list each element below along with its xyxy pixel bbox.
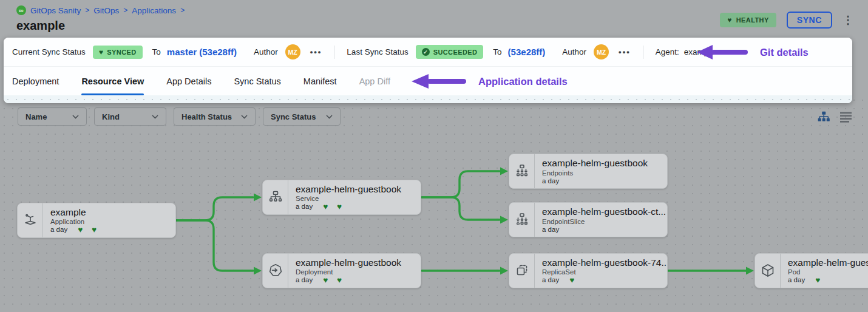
node-age: a day: [542, 226, 559, 233]
page-title: example: [16, 19, 65, 33]
node-age: a day: [788, 276, 805, 283]
graph-node-endpoints[interactable]: example-helm-guestbook Endpoints a day: [509, 154, 668, 189]
graph-node-application[interactable]: example Application a day ♥ ♥: [17, 203, 176, 238]
node-kind: Service: [296, 195, 418, 202]
chevron-down-icon: [152, 115, 158, 119]
agent-label: Agent:: [656, 47, 679, 56]
node-title: example-helm-guestbook: [296, 184, 418, 195]
health-status-filter-dropdown[interactable]: Health Status: [174, 107, 256, 126]
node-age: a day: [296, 203, 313, 210]
breadcrumb: ∞ GitOps Sanity > GitOps > Applications …: [16, 5, 185, 15]
node-title: example-helm-guestbook: [296, 257, 418, 268]
gitops-logo-icon: ∞: [16, 5, 26, 15]
author-avatar: MZ: [594, 44, 609, 59]
node-kind: Application: [50, 218, 173, 225]
graph-node-deployment[interactable]: example-helm-guestbook Deployment a day …: [262, 253, 421, 288]
node-title: example-helm-guestbook: [542, 158, 665, 169]
graph-node-pod[interactable]: example-helm-guestbook-74... Pod a day ♥: [754, 253, 868, 288]
last-sync-status-label: Last Sync Status: [347, 47, 408, 56]
breadcrumb-separator: >: [123, 6, 127, 15]
breadcrumb-applications[interactable]: Applications: [132, 6, 176, 15]
synced-badge: ♥ SYNCED: [93, 46, 143, 59]
tab-app-diff[interactable]: App Diff: [359, 67, 390, 95]
breadcrumb-separator: >: [85, 6, 89, 15]
ellipsis-icon[interactable]: •••: [310, 47, 322, 56]
node-title: example-helm-guestbook-74...: [542, 257, 665, 268]
graph-node-replicaset[interactable]: example-helm-guestbook-74... ReplicaSet …: [509, 253, 668, 288]
chevron-down-icon: [72, 115, 79, 119]
header-actions: ♥ HEALTHY SYNC ⋮: [720, 12, 853, 29]
pod-icon: [755, 254, 781, 288]
left-arrow-icon: [412, 73, 470, 90]
node-kind: EndpointSlice: [542, 218, 665, 225]
gitops-app-page: ∞ GitOps Sanity > GitOps > Applications …: [0, 0, 868, 312]
replicaset-icon: [509, 254, 535, 288]
list-view-icon[interactable]: [839, 112, 852, 123]
heart-icon: ♥: [727, 16, 732, 24]
deployment-icon: [263, 254, 288, 288]
tab-sync-status[interactable]: Sync Status: [234, 67, 280, 95]
health-hearts-icon: ♥ ♥: [78, 226, 97, 234]
git-details-annotation-text: Git details: [760, 47, 809, 58]
application-icon: [18, 203, 43, 237]
synced-badge-label: SYNCED: [107, 49, 136, 56]
endpointslice-icon: [509, 203, 535, 237]
to-label: To: [493, 47, 501, 56]
succeeded-badge: ✓ SUCCEEDED: [416, 45, 484, 59]
divider: [334, 46, 334, 59]
application-details-annotation: Application details: [412, 73, 568, 90]
application-details-annotation-text: Application details: [478, 76, 568, 87]
name-filter-dropdown[interactable]: Name: [18, 107, 87, 126]
app-tabs: Deployment Resource View App Details Syn…: [4, 67, 852, 95]
author-avatar: MZ: [285, 44, 300, 59]
kind-filter-label: Kind: [102, 112, 120, 121]
filter-bar: Name Kind Health Status Sync Status: [18, 107, 341, 126]
node-title: example: [50, 207, 173, 218]
node-age: a day: [542, 276, 559, 283]
graph-node-endpointslice[interactable]: example-helm-guestbook-ct... EndpointSli…: [509, 202, 668, 237]
ellipsis-icon[interactable]: •••: [619, 47, 631, 56]
sync-status-filter-dropdown[interactable]: Sync Status: [263, 107, 341, 126]
kind-filter-dropdown[interactable]: Kind: [94, 107, 166, 126]
view-toggle-group: [817, 110, 852, 123]
check-icon: ✓: [422, 48, 430, 56]
node-age: a day: [296, 276, 313, 283]
tab-manifest[interactable]: Manifest: [303, 67, 337, 95]
node-kind: ReplicaSet: [542, 268, 665, 276]
heart-icon: ♥: [99, 49, 104, 56]
current-commit-link[interactable]: master (53e28ff): [167, 47, 237, 57]
health-status-badge: ♥ HEALTHY: [720, 13, 776, 27]
health-hearts-icon: ♥ ♥: [323, 203, 342, 211]
graph-view-icon[interactable]: [817, 110, 830, 123]
divider: [643, 46, 643, 59]
sync-status-bar: Current Sync Status ♥ SYNCED To master (…: [4, 38, 852, 67]
tab-deployment[interactable]: Deployment: [12, 67, 59, 95]
sync-status-filter-label: Sync Status: [271, 112, 316, 121]
node-age: a day: [542, 177, 559, 185]
graph-node-service[interactable]: example-helm-guestbook Service a day ♥ ♥: [262, 180, 421, 215]
sync-button[interactable]: SYNC: [787, 12, 832, 29]
tab-app-details[interactable]: App Details: [166, 67, 211, 95]
node-title: example-helm-guestbook-74...: [788, 257, 868, 268]
service-icon: [263, 180, 288, 214]
health-badge-label: HEALTHY: [736, 16, 769, 24]
node-age: a day: [50, 226, 67, 233]
kebab-menu-icon[interactable]: ⋮: [843, 15, 853, 25]
tab-resource-view[interactable]: Resource View: [81, 67, 144, 95]
node-title: example-helm-guestbook-ct...: [542, 206, 665, 217]
breadcrumb-gitops-sanity[interactable]: GitOps Sanity: [30, 6, 81, 15]
author-label: Author: [562, 47, 586, 56]
app-detail-panel: Current Sync Status ♥ SYNCED To master (…: [4, 38, 852, 103]
health-hearts-icon: ♥: [569, 276, 574, 285]
chevron-down-icon: [326, 115, 333, 119]
breadcrumb-separator: >: [180, 6, 185, 15]
last-commit-link[interactable]: (53e28ff): [508, 47, 546, 57]
node-kind: Deployment: [296, 268, 418, 276]
name-filter-label: Name: [25, 112, 47, 121]
health-hearts-icon: ♥ ♥: [323, 276, 342, 285]
breadcrumb-gitops[interactable]: GitOps: [93, 6, 119, 15]
endpoints-icon: [509, 154, 535, 188]
node-kind: Endpoints: [542, 169, 665, 177]
health-status-filter-label: Health Status: [181, 112, 232, 121]
author-label: Author: [254, 47, 278, 56]
